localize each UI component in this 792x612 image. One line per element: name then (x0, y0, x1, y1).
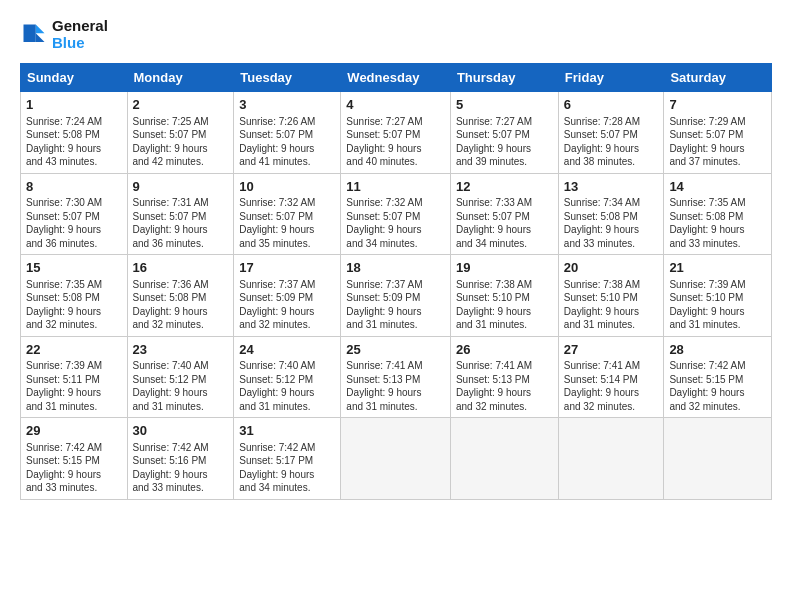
header-cell-wednesday: Wednesday (341, 64, 451, 92)
svg-marker-0 (36, 24, 45, 33)
day-info: Sunrise: 7:41 AM Sunset: 5:13 PM Dayligh… (346, 359, 445, 413)
day-info: Sunrise: 7:34 AM Sunset: 5:08 PM Dayligh… (564, 196, 659, 250)
header-cell-thursday: Thursday (450, 64, 558, 92)
svg-marker-1 (36, 33, 45, 42)
day-info: Sunrise: 7:27 AM Sunset: 5:07 PM Dayligh… (456, 115, 553, 169)
day-number: 30 (133, 422, 229, 440)
day-number: 22 (26, 341, 122, 359)
day-info: Sunrise: 7:27 AM Sunset: 5:07 PM Dayligh… (346, 115, 445, 169)
header-row: SundayMondayTuesdayWednesdayThursdayFrid… (21, 64, 772, 92)
logo: General Blue (20, 18, 108, 51)
day-info: Sunrise: 7:42 AM Sunset: 5:15 PM Dayligh… (669, 359, 766, 413)
day-cell: 27Sunrise: 7:41 AM Sunset: 5:14 PM Dayli… (558, 336, 664, 418)
day-info: Sunrise: 7:32 AM Sunset: 5:07 PM Dayligh… (239, 196, 335, 250)
day-number: 2 (133, 96, 229, 114)
day-cell (450, 418, 558, 500)
day-cell: 9Sunrise: 7:31 AM Sunset: 5:07 PM Daylig… (127, 173, 234, 255)
day-cell (341, 418, 451, 500)
day-cell: 25Sunrise: 7:41 AM Sunset: 5:13 PM Dayli… (341, 336, 451, 418)
day-number: 7 (669, 96, 766, 114)
day-info: Sunrise: 7:42 AM Sunset: 5:15 PM Dayligh… (26, 441, 122, 495)
day-number: 14 (669, 178, 766, 196)
day-number: 27 (564, 341, 659, 359)
day-number: 18 (346, 259, 445, 277)
day-number: 1 (26, 96, 122, 114)
day-cell: 10Sunrise: 7:32 AM Sunset: 5:07 PM Dayli… (234, 173, 341, 255)
day-cell: 6Sunrise: 7:28 AM Sunset: 5:07 PM Daylig… (558, 92, 664, 174)
day-info: Sunrise: 7:41 AM Sunset: 5:14 PM Dayligh… (564, 359, 659, 413)
day-cell: 22Sunrise: 7:39 AM Sunset: 5:11 PM Dayli… (21, 336, 128, 418)
day-cell: 28Sunrise: 7:42 AM Sunset: 5:15 PM Dayli… (664, 336, 772, 418)
day-info: Sunrise: 7:35 AM Sunset: 5:08 PM Dayligh… (669, 196, 766, 250)
header-cell-sunday: Sunday (21, 64, 128, 92)
day-number: 6 (564, 96, 659, 114)
day-info: Sunrise: 7:31 AM Sunset: 5:07 PM Dayligh… (133, 196, 229, 250)
logo-text: General Blue (52, 18, 108, 51)
day-info: Sunrise: 7:32 AM Sunset: 5:07 PM Dayligh… (346, 196, 445, 250)
day-cell: 13Sunrise: 7:34 AM Sunset: 5:08 PM Dayli… (558, 173, 664, 255)
calendar-table: SundayMondayTuesdayWednesdayThursdayFrid… (20, 63, 772, 500)
day-cell: 16Sunrise: 7:36 AM Sunset: 5:08 PM Dayli… (127, 255, 234, 337)
day-number: 3 (239, 96, 335, 114)
day-number: 31 (239, 422, 335, 440)
day-number: 28 (669, 341, 766, 359)
day-number: 24 (239, 341, 335, 359)
day-cell: 26Sunrise: 7:41 AM Sunset: 5:13 PM Dayli… (450, 336, 558, 418)
day-info: Sunrise: 7:29 AM Sunset: 5:07 PM Dayligh… (669, 115, 766, 169)
day-cell: 12Sunrise: 7:33 AM Sunset: 5:07 PM Dayli… (450, 173, 558, 255)
day-cell: 31Sunrise: 7:42 AM Sunset: 5:17 PM Dayli… (234, 418, 341, 500)
week-row-4: 29Sunrise: 7:42 AM Sunset: 5:15 PM Dayli… (21, 418, 772, 500)
day-cell: 7Sunrise: 7:29 AM Sunset: 5:07 PM Daylig… (664, 92, 772, 174)
day-cell: 30Sunrise: 7:42 AM Sunset: 5:16 PM Dayli… (127, 418, 234, 500)
day-cell: 14Sunrise: 7:35 AM Sunset: 5:08 PM Dayli… (664, 173, 772, 255)
day-cell: 19Sunrise: 7:38 AM Sunset: 5:10 PM Dayli… (450, 255, 558, 337)
day-cell: 20Sunrise: 7:38 AM Sunset: 5:10 PM Dayli… (558, 255, 664, 337)
day-info: Sunrise: 7:37 AM Sunset: 5:09 PM Dayligh… (346, 278, 445, 332)
header-cell-tuesday: Tuesday (234, 64, 341, 92)
day-cell: 18Sunrise: 7:37 AM Sunset: 5:09 PM Dayli… (341, 255, 451, 337)
week-row-1: 8Sunrise: 7:30 AM Sunset: 5:07 PM Daylig… (21, 173, 772, 255)
day-cell: 17Sunrise: 7:37 AM Sunset: 5:09 PM Dayli… (234, 255, 341, 337)
day-number: 21 (669, 259, 766, 277)
day-info: Sunrise: 7:26 AM Sunset: 5:07 PM Dayligh… (239, 115, 335, 169)
day-cell: 11Sunrise: 7:32 AM Sunset: 5:07 PM Dayli… (341, 173, 451, 255)
logo-icon (20, 21, 48, 49)
day-info: Sunrise: 7:41 AM Sunset: 5:13 PM Dayligh… (456, 359, 553, 413)
day-info: Sunrise: 7:36 AM Sunset: 5:08 PM Dayligh… (133, 278, 229, 332)
day-info: Sunrise: 7:35 AM Sunset: 5:08 PM Dayligh… (26, 278, 122, 332)
day-cell (664, 418, 772, 500)
page: General Blue SundayMondayTuesdayWednesda… (0, 0, 792, 510)
day-cell: 23Sunrise: 7:40 AM Sunset: 5:12 PM Dayli… (127, 336, 234, 418)
day-info: Sunrise: 7:42 AM Sunset: 5:17 PM Dayligh… (239, 441, 335, 495)
week-row-0: 1Sunrise: 7:24 AM Sunset: 5:08 PM Daylig… (21, 92, 772, 174)
day-info: Sunrise: 7:42 AM Sunset: 5:16 PM Dayligh… (133, 441, 229, 495)
day-cell: 3Sunrise: 7:26 AM Sunset: 5:07 PM Daylig… (234, 92, 341, 174)
day-number: 25 (346, 341, 445, 359)
day-cell: 29Sunrise: 7:42 AM Sunset: 5:15 PM Dayli… (21, 418, 128, 500)
day-info: Sunrise: 7:37 AM Sunset: 5:09 PM Dayligh… (239, 278, 335, 332)
day-number: 29 (26, 422, 122, 440)
day-cell: 8Sunrise: 7:30 AM Sunset: 5:07 PM Daylig… (21, 173, 128, 255)
header: General Blue (20, 18, 772, 51)
day-number: 11 (346, 178, 445, 196)
day-info: Sunrise: 7:24 AM Sunset: 5:08 PM Dayligh… (26, 115, 122, 169)
day-cell: 5Sunrise: 7:27 AM Sunset: 5:07 PM Daylig… (450, 92, 558, 174)
day-info: Sunrise: 7:38 AM Sunset: 5:10 PM Dayligh… (456, 278, 553, 332)
day-number: 8 (26, 178, 122, 196)
day-info: Sunrise: 7:39 AM Sunset: 5:10 PM Dayligh… (669, 278, 766, 332)
day-cell: 21Sunrise: 7:39 AM Sunset: 5:10 PM Dayli… (664, 255, 772, 337)
day-cell: 15Sunrise: 7:35 AM Sunset: 5:08 PM Dayli… (21, 255, 128, 337)
week-row-3: 22Sunrise: 7:39 AM Sunset: 5:11 PM Dayli… (21, 336, 772, 418)
day-cell: 1Sunrise: 7:24 AM Sunset: 5:08 PM Daylig… (21, 92, 128, 174)
day-cell (558, 418, 664, 500)
day-number: 15 (26, 259, 122, 277)
day-info: Sunrise: 7:39 AM Sunset: 5:11 PM Dayligh… (26, 359, 122, 413)
header-cell-saturday: Saturday (664, 64, 772, 92)
day-number: 26 (456, 341, 553, 359)
day-info: Sunrise: 7:33 AM Sunset: 5:07 PM Dayligh… (456, 196, 553, 250)
header-cell-friday: Friday (558, 64, 664, 92)
day-info: Sunrise: 7:28 AM Sunset: 5:07 PM Dayligh… (564, 115, 659, 169)
day-number: 16 (133, 259, 229, 277)
week-row-2: 15Sunrise: 7:35 AM Sunset: 5:08 PM Dayli… (21, 255, 772, 337)
day-info: Sunrise: 7:40 AM Sunset: 5:12 PM Dayligh… (239, 359, 335, 413)
